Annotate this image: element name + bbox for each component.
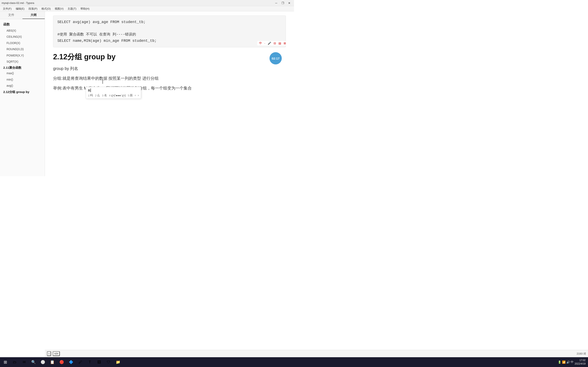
menu-item[interactable]: 帮助(H) [79, 7, 91, 11]
menu-item[interactable]: 段落(P) [27, 7, 39, 11]
option-num: 5 [128, 94, 129, 97]
input-option-item[interactable]: 2么 [95, 94, 100, 97]
text-cursor: | [102, 79, 103, 84]
sidebar-item[interactable]: max() [0, 70, 45, 76]
sidebar-tab-file[interactable]: 文件 [0, 11, 22, 19]
menu-bar: 文件(F)编辑(E)段落(P)格式(O)视图(V)主题(T)帮助(H) [0, 6, 294, 11]
paragraph-2: 分组:就是将查询结果中的数据 按照某一列的类型 进行分组 [53, 75, 286, 82]
menu-item[interactable]: 格式(O) [40, 7, 52, 11]
input-nav-left[interactable]: ‹ [135, 94, 136, 97]
menu-item[interactable]: 编辑(E) [14, 7, 26, 11]
section-heading: 2.12分组 group by [53, 52, 286, 62]
input-option-item[interactable]: 3名 [102, 94, 107, 97]
menu-item[interactable]: 视图(V) [53, 7, 65, 11]
option-num: 1 [88, 94, 89, 97]
sohu-lang[interactable]: 中 [259, 42, 263, 45]
title-bar-controls: ─ ❐ ✕ [273, 1, 292, 5]
menu-item[interactable]: 文件(F) [1, 7, 13, 11]
input-option-item[interactable]: 4ლ('●●●`ლ) [109, 94, 126, 97]
option-text: 名 [104, 94, 107, 97]
minimize-button[interactable]: ─ [273, 1, 279, 5]
sidebar-item[interactable]: POWER(X,Y) [0, 52, 45, 58]
sidebar-item[interactable]: ABS(X) [0, 27, 45, 34]
input-options-row[interactable]: 1吗2么3名4ლ('●●●`ლ)5面‹› [88, 94, 139, 97]
sohu-grid2[interactable]: ▤ [278, 42, 282, 45]
sohu-mic[interactable]: 🎤 [267, 42, 272, 45]
option-text: 么 [97, 94, 100, 97]
text-cursor-blink [90, 89, 91, 92]
sidebar-section-label: 函数 [0, 21, 45, 27]
option-num: 4 [109, 94, 111, 97]
input-nav-right[interactable]: › [138, 94, 139, 97]
sidebar-section[interactable]: 2.11聚合函数 [0, 65, 45, 70]
sidebar-active-section[interactable]: 2.12分组 group by [0, 89, 45, 94]
option-text: ლ('●●●`ლ) [111, 94, 126, 97]
input-option-item[interactable]: 5面 [128, 94, 133, 97]
option-text: 面 [130, 94, 133, 97]
title-bar-title: mysql-class-02.md - Typora [2, 1, 34, 4]
option-num: 2 [95, 94, 96, 97]
sidebar: 文件 大纲 函数ABS(X)CEILING(X)FLOOR(X)ROUND(X,… [0, 11, 45, 176]
main-layout: 文件 大纲 函数ABS(X)CEILING(X)FLOOR(X)ROUND(X,… [0, 11, 294, 176]
sidebar-item[interactable]: ROUND(X,D) [0, 46, 45, 52]
sohu-apps[interactable]: ⊞ [283, 42, 287, 45]
sidebar-content: 函数ABS(X)CEILING(X)FLOOR(X)ROUND(X,D)POWE… [0, 19, 45, 96]
sidebar-tabs: 文件 大纲 [0, 11, 45, 19]
sidebar-item[interactable]: CEILING(X) [0, 34, 45, 40]
timer-badge[interactable]: 02:17 [269, 52, 282, 64]
sidebar-tab-outline[interactable]: 大纲 [22, 11, 45, 19]
code-block-1: SELECT avg(age) avg_age FROM student_tb;… [53, 16, 286, 47]
sidebar-item[interactable]: min() [0, 76, 45, 83]
option-text: 吗 [90, 94, 93, 97]
sidebar-item[interactable]: SQRT(X) [0, 58, 45, 65]
sohu-toolbar: 中 · 🎤 ⊟ ▤ ⊞ [257, 41, 288, 45]
sohu-grid1[interactable]: ⊟ [273, 42, 277, 45]
input-popup: m 1吗2么3名4ლ('●●●`ლ)5面‹› [86, 87, 141, 99]
input-option-item[interactable]: 1吗 [88, 94, 93, 97]
sidebar-item[interactable]: FLOOR(X) [0, 40, 45, 46]
option-num: 3 [102, 94, 103, 97]
menu-item[interactable]: 主题(T) [66, 7, 78, 11]
input-text: m [88, 88, 90, 92]
input-line: m [88, 88, 139, 92]
title-bar: mysql-class-02.md - Typora ─ ❐ ✕ [0, 0, 294, 6]
restore-button[interactable]: ❐ [280, 1, 286, 5]
content-area: 中 · 🎤 ⊟ ▤ ⊞ SELECT avg(age) avg_age FROM… [45, 11, 294, 176]
sohu-dot[interactable]: · [264, 42, 266, 45]
paragraph-1: group by 列名 [53, 65, 286, 72]
close-button[interactable]: ✕ [286, 1, 292, 5]
sidebar-item[interactable]: avg() [0, 83, 45, 89]
